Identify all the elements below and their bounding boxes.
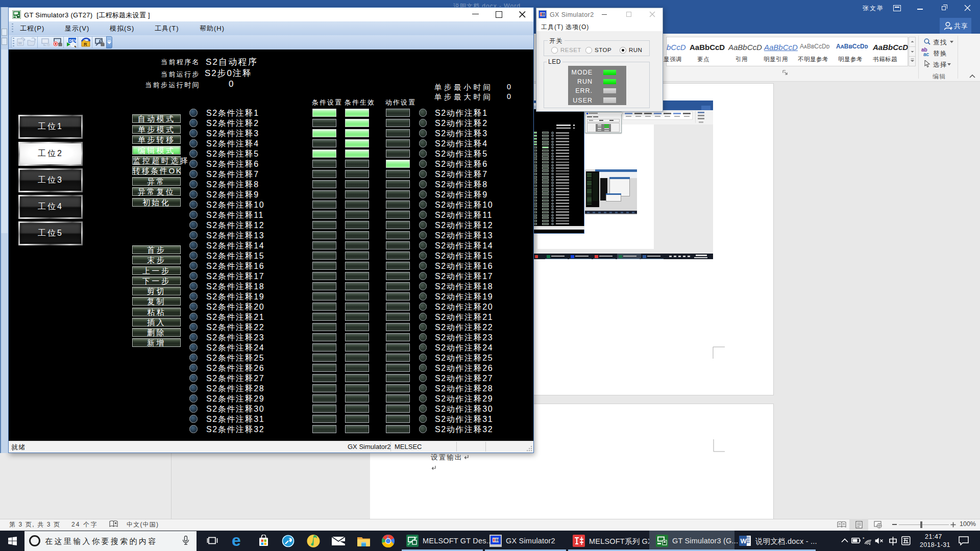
svg-text:R: R — [84, 42, 87, 47]
svg-text:W: W — [741, 537, 747, 545]
svg-text:*: * — [863, 537, 865, 541]
svg-text:DEV: DEV — [69, 39, 77, 42]
svg-text:W: W — [18, 41, 22, 45]
